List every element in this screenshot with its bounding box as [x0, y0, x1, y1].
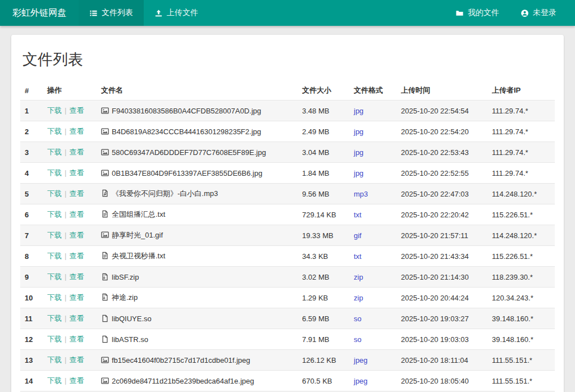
row-filename-cell: libASTR.so	[97, 329, 298, 350]
row-index: 1	[20, 101, 43, 121]
row-index: 6	[20, 204, 43, 225]
file-format-link[interactable]: txt	[354, 252, 362, 261]
row-actions: 下载|查看	[43, 142, 97, 163]
row-actions: 下载|查看	[43, 204, 97, 225]
row-index: 2	[20, 121, 43, 142]
file-format-cell: so	[349, 329, 396, 350]
file-size: 2.49 MB	[298, 121, 349, 142]
nav-item-login-status[interactable]: 未登录	[510, 0, 567, 26]
header-upload-time: 上传时间	[396, 81, 487, 101]
download-link[interactable]: 下载	[47, 106, 62, 115]
upload-time: 2025-10-20 22:53:43	[396, 142, 487, 163]
download-link[interactable]: 下载	[47, 272, 62, 281]
view-link[interactable]: 查看	[69, 231, 84, 239]
upload-time: 2025-10-20 21:43:34	[396, 246, 487, 267]
table-row: 11下载|查看libQIUYE.so6.59 MBso2025-10-20 19…	[20, 308, 555, 329]
brand[interactable]: 彩虹外链网盘	[0, 0, 79, 26]
table-row: 5下载|查看《我爱你不问归期》-白小白.mp39.56 MBmp32025-10…	[20, 184, 555, 204]
file-format-link[interactable]: so	[354, 314, 362, 323]
view-link[interactable]: 查看	[69, 252, 84, 260]
row-index: 10	[20, 288, 43, 308]
file-format-link[interactable]: jpg	[354, 107, 363, 115]
download-link[interactable]: 下载	[47, 355, 62, 364]
download-link[interactable]: 下载	[47, 293, 62, 302]
view-link[interactable]: 查看	[69, 355, 84, 364]
action-separator: |	[62, 189, 69, 198]
file-format-link[interactable]: gif	[354, 231, 362, 240]
file-size: 729.14 KB	[298, 204, 349, 225]
row-filename-cell: 全国组播汇总.txt	[97, 204, 298, 225]
download-link[interactable]: 下载	[47, 189, 62, 198]
file-format-link[interactable]: jpg	[354, 169, 363, 177]
uploader-ip: 111.55.151.*	[487, 350, 555, 371]
file-size: 6.59 MB	[298, 308, 349, 329]
file-name: 2c069de84711d21b5e239bedca64af1e.jpeg	[112, 377, 254, 385]
action-separator: |	[62, 335, 69, 343]
file-size: 9.56 MB	[298, 184, 349, 204]
table-header-row: # 操作 文件名 文件大小 文件格式 上传时间 上传者IP	[20, 81, 555, 101]
view-link[interactable]: 查看	[69, 106, 84, 115]
row-filename-cell: F94033816083586B0A4CFDB528007A0D.jpg	[97, 101, 298, 121]
download-link[interactable]: 下载	[47, 335, 62, 343]
upload-icon	[154, 9, 163, 17]
table-row: 13下载|查看fb15ec41604f0b2715c7d17d1cdbe01f.…	[20, 350, 555, 371]
header-filename: 文件名	[97, 81, 298, 101]
file-format-link[interactable]: jpeg	[354, 356, 368, 364]
file-size: 1.84 MB	[298, 163, 349, 184]
nav-item-file-list[interactable]: 文件列表	[79, 0, 144, 26]
file-format-link[interactable]: so	[354, 335, 362, 344]
file-format-cell: jpg	[349, 142, 396, 163]
action-separator: |	[62, 106, 69, 115]
file-format-cell: jpg	[349, 163, 396, 184]
view-link[interactable]: 查看	[69, 314, 84, 322]
upload-time: 2025-10-20 22:20:42	[396, 204, 487, 225]
action-separator: |	[62, 210, 69, 218]
download-link[interactable]: 下载	[47, 314, 62, 322]
view-link[interactable]: 查看	[69, 272, 84, 281]
row-actions: 下载|查看	[43, 288, 97, 308]
download-link[interactable]: 下载	[47, 148, 62, 156]
header-actions: 操作	[43, 81, 97, 101]
uploader-ip: 118.239.30.*	[487, 267, 555, 288]
file-format-link[interactable]: jpg	[354, 127, 363, 136]
nav-item-upload[interactable]: 上传文件	[144, 0, 209, 26]
view-link[interactable]: 查看	[69, 148, 84, 156]
view-link[interactable]: 查看	[69, 376, 84, 385]
upload-time: 2025-10-20 21:57:11	[396, 225, 487, 246]
file-format-link[interactable]: txt	[354, 211, 362, 219]
uploader-ip: 111.29.74.*	[487, 163, 555, 184]
file-format-link[interactable]: jpeg	[354, 377, 368, 385]
file-format-link[interactable]: mp3	[354, 190, 368, 198]
view-link[interactable]: 查看	[69, 127, 84, 135]
download-link[interactable]: 下载	[47, 127, 62, 135]
view-link[interactable]: 查看	[69, 168, 84, 177]
download-link[interactable]: 下载	[47, 168, 62, 177]
navbar: 彩虹外链网盘 文件列表 上传文件 我的文件 未登录	[0, 0, 575, 26]
file-format-link[interactable]: zip	[354, 294, 363, 302]
table-row: 9下载|查看libSF.zip3.02 MBzip2025-10-20 21:1…	[20, 267, 555, 288]
view-link[interactable]: 查看	[69, 210, 84, 218]
header-fileformat: 文件格式	[349, 81, 396, 101]
view-link[interactable]: 查看	[69, 335, 84, 343]
row-filename-cell: libSF.zip	[97, 267, 298, 288]
view-link[interactable]: 查看	[69, 189, 84, 198]
row-filename-cell: 神途.zip	[97, 288, 298, 308]
nav-item-my-files[interactable]: 我的文件	[445, 0, 510, 26]
file-format-link[interactable]: jpg	[354, 148, 363, 157]
download-link[interactable]: 下载	[47, 252, 62, 260]
file-format-cell: gif	[349, 225, 396, 246]
file-format-cell: zip	[349, 267, 396, 288]
row-actions: 下载|查看	[43, 184, 97, 204]
row-actions: 下载|查看	[43, 350, 97, 371]
action-separator: |	[62, 168, 69, 177]
uploader-ip: 114.248.120.*	[487, 225, 555, 246]
row-actions: 下载|查看	[43, 371, 97, 391]
file-format-link[interactable]: zip	[354, 273, 363, 281]
file-name: 0B1B347E804D9F613397AEF3855DE6B6.jpg	[112, 169, 262, 177]
download-link[interactable]: 下载	[47, 376, 62, 385]
view-link[interactable]: 查看	[69, 293, 84, 302]
row-filename-cell: fb15ec41604f0b2715c7d17d1cdbe01f.jpeg	[97, 350, 298, 371]
download-link[interactable]: 下载	[47, 231, 62, 239]
page-title: 文件列表	[22, 49, 553, 70]
download-link[interactable]: 下载	[47, 210, 62, 218]
